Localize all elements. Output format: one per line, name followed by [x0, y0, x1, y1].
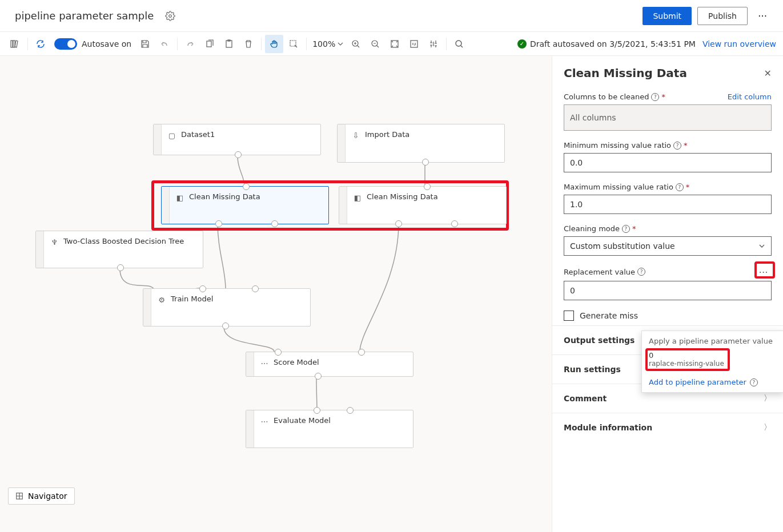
- columns-label: Columns to be cleaned ? *: [564, 92, 665, 101]
- dataset-icon: ▢: [167, 131, 176, 140]
- copy-icon[interactable]: [200, 35, 219, 53]
- acc-module-info[interactable]: Module information〉: [552, 413, 783, 442]
- add-pipeline-param-link[interactable]: Add to pipeline parameter ?: [642, 372, 783, 392]
- pipeline-param-popup: Apply a pipeline parameter value 0 rapla…: [641, 331, 783, 393]
- svg-rect-4: [226, 41, 232, 47]
- zoom-dropdown[interactable]: 100%: [310, 39, 346, 49]
- score-icon: ⋯: [260, 358, 269, 368]
- max-ratio-input[interactable]: [564, 195, 772, 214]
- redo-icon[interactable]: [181, 35, 199, 53]
- more-actions-button[interactable]: ⋯: [753, 10, 772, 21]
- node-import-data[interactable]: ⇩Import Data: [337, 124, 505, 163]
- paste-icon[interactable]: [220, 35, 238, 53]
- tree-icon: ♆: [50, 237, 59, 247]
- svg-rect-10: [411, 41, 417, 47]
- close-panel-icon[interactable]: ✕: [764, 68, 772, 79]
- svg-rect-3: [207, 41, 211, 47]
- undo-icon[interactable]: [155, 35, 174, 53]
- pan-icon[interactable]: [265, 35, 283, 53]
- autosave-toggle[interactable]: [54, 38, 77, 50]
- save-icon[interactable]: [136, 35, 154, 53]
- replacement-input[interactable]: [564, 281, 772, 300]
- cleaning-mode-select[interactable]: Custom substitution value: [564, 236, 772, 256]
- status-text: Draft autosaved on 3/5/2021, 5:43:51 PM: [530, 39, 696, 49]
- cleaning-mode-label: Cleaning mode ? *: [564, 224, 772, 233]
- generate-indicator-checkbox[interactable]: Generate miss: [564, 311, 772, 321]
- edit-column-link[interactable]: Edit column: [728, 92, 772, 101]
- min-ratio-input[interactable]: [564, 153, 772, 172]
- svg-point-0: [169, 14, 172, 17]
- refresh-icon[interactable]: [31, 35, 50, 53]
- search-canvas-icon[interactable]: [450, 35, 468, 53]
- publish-button[interactable]: Publish: [697, 7, 748, 25]
- submit-button[interactable]: Submit: [643, 7, 692, 25]
- replacement-more-button[interactable]: ⋯: [756, 266, 772, 277]
- node-clean-missing-2[interactable]: ◧Clean Missing Data: [339, 186, 507, 224]
- clean-icon: ◧: [353, 193, 362, 202]
- replacement-label: Replacement value ?: [564, 268, 645, 276]
- actual-size-icon[interactable]: [405, 35, 423, 53]
- asset-library-icon[interactable]: [6, 35, 24, 53]
- panel-title: Clean Missing Data: [564, 66, 687, 80]
- zoom-in-icon[interactable]: [347, 35, 365, 53]
- fit-icon[interactable]: [386, 35, 404, 53]
- delete-icon[interactable]: [239, 35, 258, 53]
- view-run-link[interactable]: View run overview: [702, 39, 776, 49]
- svg-point-11: [456, 41, 461, 46]
- max-ratio-label: Maximum missing value ratio ? *: [564, 183, 772, 191]
- popup-title: Apply a pipeline parameter value: [642, 331, 783, 349]
- popup-item-replace[interactable]: 0 raplace-missing-value: [642, 349, 783, 372]
- clean-icon: ◧: [175, 193, 184, 202]
- node-clean-missing-1[interactable]: ◧Clean Missing Data: [161, 186, 329, 224]
- min-ratio-label: Minimum missing value ratio ? *: [564, 141, 772, 150]
- auto-layout-icon[interactable]: [424, 35, 443, 53]
- navigator-button[interactable]: Navigator: [8, 487, 75, 505]
- train-icon: ⚙: [157, 295, 166, 304]
- node-score-model[interactable]: ⋯Score Model: [246, 352, 413, 377]
- import-icon: ⇩: [351, 131, 360, 140]
- zoom-out-icon[interactable]: [366, 35, 384, 53]
- node-train-model[interactable]: ⚙Train Model: [143, 288, 311, 327]
- autosave-label: Autosave on: [82, 39, 131, 49]
- columns-value: All columns: [564, 104, 772, 131]
- evaluate-icon: ⋯: [260, 417, 269, 426]
- svg-rect-1: [11, 41, 13, 47]
- select-icon[interactable]: [284, 35, 303, 53]
- pipeline-title: pipeline parameter sample: [15, 10, 154, 22]
- node-dataset1[interactable]: ▢Dataset1: [153, 124, 321, 155]
- gear-icon[interactable]: [165, 11, 175, 21]
- node-evaluate-model[interactable]: ⋯Evaluate Model: [246, 410, 413, 448]
- node-boosted-tree[interactable]: ♆Two-Class Boosted Decision Tree: [35, 231, 203, 268]
- status-check-icon: ✓: [517, 39, 527, 49]
